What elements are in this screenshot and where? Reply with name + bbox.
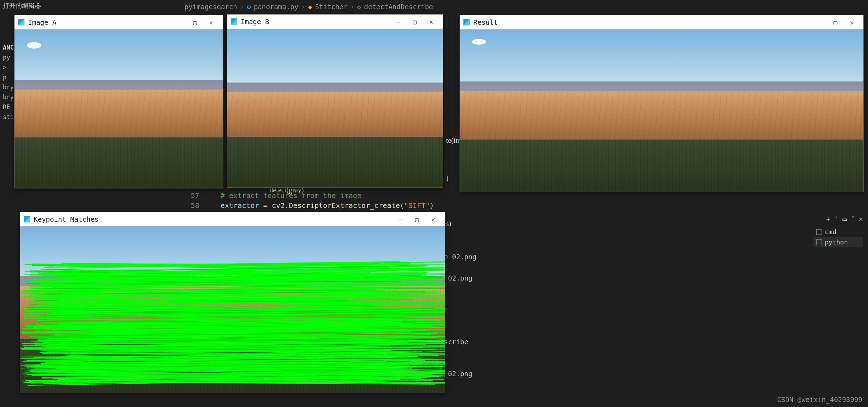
breadcrumb-file[interactable]: panorama.py	[254, 3, 299, 11]
window-titlebar[interactable]: Keypoint Matches — ▢ ✕	[20, 212, 445, 226]
code-fragment: s)	[446, 220, 451, 228]
line-number: 58	[184, 200, 199, 210]
keypoint-lines-overlay	[20, 226, 445, 392]
window-minimize-button[interactable]: —	[171, 19, 187, 26]
code-fragment: )	[446, 174, 449, 182]
image-view	[15, 29, 223, 188]
image-view	[460, 29, 863, 192]
code-text: (	[400, 201, 404, 210]
window-close-button[interactable]: ✕	[844, 19, 860, 26]
chevron-right-icon: ›	[350, 3, 354, 11]
window-titlebar[interactable]: Result — ▢ ✕	[460, 15, 863, 29]
window-minimize-button[interactable]: —	[811, 19, 827, 26]
close-icon[interactable]: ✕	[859, 215, 863, 223]
window-image-b[interactable]: Image B — ▢ ✕	[227, 14, 443, 188]
window-title: Keypoint Matches	[34, 215, 99, 223]
terminal-icon	[816, 239, 822, 245]
terminal-new-icon[interactable]: +	[826, 215, 830, 223]
window-titlebar[interactable]: Image B — ▢ ✕	[227, 15, 443, 29]
chevron-right-icon: ›	[240, 3, 244, 11]
breadcrumb[interactable]: pyimagesearch › ⚙ panorama.py › ◆ Stitch…	[184, 3, 433, 11]
app-icon	[231, 18, 237, 25]
open-editors-label: 打开的编辑器	[0, 0, 44, 11]
terminal-toolbar: + ˅ ▭ ˄ ✕	[826, 215, 863, 223]
terminal-tabs: cmd python	[813, 227, 863, 247]
app-icon	[24, 216, 30, 222]
terminal-tab-label: python	[825, 238, 848, 246]
code-text: "SIFT"	[404, 201, 430, 210]
chevron-right-icon: ›	[301, 3, 305, 11]
class-icon: ◆	[308, 3, 312, 11]
window-close-button[interactable]: ✕	[203, 19, 219, 26]
code-text: extractor	[221, 201, 259, 210]
terminal-tab-python[interactable]: python	[813, 237, 863, 247]
window-maximize-button[interactable]: ▢	[407, 18, 423, 26]
watermark-text: CSDN @weixin_40293999	[777, 396, 862, 403]
window-keypoint-matches[interactable]: Keypoint Matches — ▢ ✕	[20, 212, 445, 392]
window-minimize-button[interactable]: —	[390, 18, 407, 26]
window-maximize-button[interactable]: ▢	[827, 19, 844, 26]
image-view	[227, 29, 443, 187]
code-text: = cv2.	[259, 201, 289, 210]
window-titlebar[interactable]: Image A — ▢ ✕	[15, 15, 223, 29]
method-icon: ◇	[357, 3, 361, 11]
window-result[interactable]: Result — ▢ ✕	[460, 15, 864, 192]
window-minimize-button[interactable]: —	[393, 216, 409, 223]
app-icon	[18, 19, 24, 26]
terminal-tab-label: cmd	[825, 228, 836, 236]
window-image-a[interactable]: Image A — ▢ ✕	[14, 15, 223, 188]
terminal-tab-cmd[interactable]: cmd	[813, 227, 863, 237]
terminal-split-icon[interactable]: ▭	[842, 215, 847, 223]
window-title: Image B	[241, 18, 269, 26]
breadcrumb-class[interactable]: Stitcher	[315, 3, 347, 11]
image-view	[20, 226, 445, 392]
python-file-icon: ⚙	[247, 3, 251, 11]
window-close-button[interactable]: ✕	[425, 216, 441, 223]
code-fragment: te(im	[446, 136, 461, 145]
code-text: )	[430, 201, 434, 210]
line-number: 57	[184, 191, 199, 200]
chevron-down-icon[interactable]: ˅	[835, 215, 838, 223]
chevron-up-icon[interactable]: ˄	[851, 215, 855, 223]
window-maximize-button[interactable]: ▢	[187, 19, 203, 26]
code-text: DescriptorExtractor_create	[289, 201, 400, 210]
terminal-icon	[816, 229, 822, 235]
window-close-button[interactable]: ✕	[423, 18, 439, 26]
window-title: Result	[473, 18, 498, 26]
app-icon	[463, 19, 470, 26]
window-title: Image A	[28, 18, 56, 26]
breadcrumb-method[interactable]: detectAndDescribe	[364, 3, 433, 11]
window-maximize-button[interactable]: ▢	[409, 216, 425, 223]
breadcrumb-folder[interactable]: pyimagesearch	[184, 3, 237, 11]
